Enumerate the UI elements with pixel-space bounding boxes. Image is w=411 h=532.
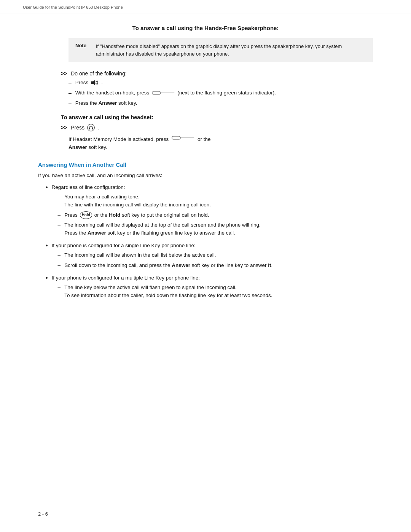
- do-one-text: Do one of the following:: [71, 70, 126, 77]
- dash-2-1-text: The incoming call will be shown in the c…: [64, 251, 216, 259]
- bullet-1-content: Regardless of line configuration: You ma…: [52, 184, 261, 240]
- dash-item-answer: Press the Answer soft key.: [68, 99, 373, 107]
- answering-intro: If you have an active call, and an incom…: [38, 172, 373, 180]
- headset-press-block: Press .: [71, 123, 99, 132]
- or-the-label: or the: [198, 136, 211, 142]
- dash-sub-1: You may hear a call waiting tone.The lin…: [58, 193, 261, 238]
- svg-point-3: [88, 124, 95, 131]
- headset-instruction: >> Press . If Headset: [61, 123, 373, 152]
- line-key-icon: [152, 90, 175, 96]
- dash-1-3-text: The incoming call will be displayed at t…: [64, 221, 261, 237]
- header-text: User Guide for the SoundPoint IP 650 Des…: [23, 5, 123, 10]
- press-speaker-text: Press: [75, 79, 103, 86]
- dash-sub-1-1: You may hear a call waiting tone.The lin…: [58, 193, 261, 209]
- answer-text: Press the Answer soft key.: [75, 99, 137, 107]
- page-number: 2 - 6: [38, 511, 48, 517]
- note-label: Note: [75, 43, 89, 58]
- page-header: User Guide for the SoundPoint IP 650 Des…: [0, 0, 411, 13]
- headset-section: To answer a call using the headset: >> P…: [38, 114, 373, 152]
- svg-rect-6: [172, 136, 180, 139]
- note-text: If "Handsfree mode disabled" appears on …: [96, 43, 366, 58]
- press-speaker-period: .: [101, 79, 103, 86]
- press-hold-label: Press: [64, 211, 78, 219]
- double-arrow: >>: [61, 70, 67, 77]
- handset-label: With the handset on-hook, press: [75, 89, 149, 97]
- answering-section: Answering When in Another Call If you ha…: [38, 161, 373, 302]
- headset-memory-text: If Headset Memory Mode is activated, pre…: [68, 135, 373, 152]
- dash-sub-1-3: The incoming call will be displayed at t…: [58, 221, 261, 237]
- dash-item-speaker: Press: [68, 79, 373, 87]
- main-content: To answer a call using the Hands-Free Sp…: [0, 13, 411, 329]
- answer-soft-key: soft key.: [89, 144, 107, 150]
- note-box: Note If "Handsfree mode disabled" appear…: [68, 38, 373, 62]
- press-label-1: Press: [75, 79, 89, 86]
- speakerphone-dash-list: Press: [68, 79, 373, 107]
- headset-heading: To answer a call using the headset:: [61, 114, 373, 120]
- or-hold-text: or the Hold soft key to put the original…: [94, 211, 209, 219]
- headset-press-label: Press: [71, 125, 84, 131]
- dash-sub-3-1: The line key below the active call will …: [58, 284, 272, 300]
- dash-sub-2: The incoming call will be shown in the c…: [58, 251, 273, 270]
- hold-press-text: Press Hold or the Hold soft key to put t…: [64, 211, 209, 219]
- bullet-item-2: If your phone is configured for a single…: [46, 242, 373, 272]
- bullet-item-3: If your phone is configured for a multip…: [46, 274, 373, 302]
- answering-heading: Answering When in Another Call: [38, 161, 373, 168]
- hold-bold: Hold: [109, 212, 120, 218]
- page-container: User Guide for the SoundPoint IP 650 Des…: [0, 0, 411, 532]
- dash-1-1-text: You may hear a call waiting tone.The lin…: [64, 193, 211, 209]
- headset-double-arrow: >>: [61, 125, 67, 131]
- svg-rect-1: [152, 91, 161, 94]
- instruction-block: >> Do one of the following: Press: [61, 70, 373, 107]
- dash-item-handset: With the handset on-hook, press (next to…: [68, 89, 373, 97]
- handset-text: With the handset on-hook, press (next to…: [75, 89, 276, 97]
- dash-sub-1-2: Press Hold or the Hold soft key to put t…: [58, 211, 261, 219]
- it-bold: it: [268, 262, 271, 268]
- line-key-icon-2: [172, 135, 194, 141]
- dash-sub-2-1: The incoming call will be shown in the c…: [58, 251, 273, 259]
- answer-bold-4: Answer: [172, 262, 190, 268]
- speakerphone-section: To answer a call using the Hands-Free Sp…: [38, 25, 373, 107]
- headset-icon: [87, 123, 95, 132]
- answering-bullet-list: Regardless of line configuration: You ma…: [46, 184, 373, 302]
- svg-rect-4: [89, 128, 90, 129]
- dash-2-2-text: Scroll down to the incoming call, and pr…: [64, 262, 272, 270]
- svg-rect-5: [92, 128, 93, 129]
- answer-bold-2: Answer: [68, 144, 87, 150]
- handset-next-to: (next to the flashing green status indic…: [177, 89, 276, 97]
- speakerphone-heading: To answer a call using the Hands-Free Sp…: [38, 25, 373, 31]
- bullet-3-content: If your phone is configured for a multip…: [52, 274, 272, 302]
- bullet-3-label: If your phone is configured for a multip…: [52, 275, 200, 281]
- svg-marker-0: [91, 80, 95, 85]
- bullet-2-label: If your phone is configured for a single…: [52, 243, 196, 248]
- memory-mode-label: If Headset Memory Mode is activated, pre…: [68, 136, 169, 142]
- bullet-1-label: Regardless of line configuration:: [52, 184, 125, 190]
- dash-sub-3: The line key below the active call will …: [58, 284, 272, 300]
- bullet-item-1: Regardless of line configuration: You ma…: [46, 184, 373, 240]
- speaker-icon: [91, 79, 99, 86]
- bullet-2-content: If your phone is configured for a single…: [52, 242, 273, 272]
- headset-period: .: [97, 125, 99, 131]
- answer-bold-3: Answer: [88, 230, 106, 236]
- answer-bold: Answer: [99, 100, 117, 106]
- hold-icon: Hold: [80, 211, 92, 219]
- dash-sub-2-2: Scroll down to the incoming call, and pr…: [58, 262, 273, 270]
- dash-3-1-text: The line key below the active call will …: [64, 284, 272, 300]
